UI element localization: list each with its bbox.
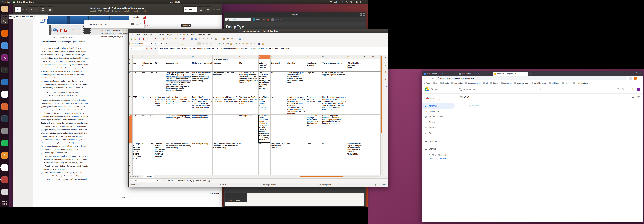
slack-icon[interactable]: ✱	[330, 0, 332, 3]
cell-Q4[interactable]	[372, 72, 380, 96]
cell-H9[interactable]	[212, 168, 239, 171]
cell-M5[interactable]: Procedural (arbitrary JavaScript vizlets…	[306, 96, 322, 115]
section-title[interactable]: My Drive	[460, 95, 470, 98]
formula-input-line[interactable]: Yes (Distinct values, “number of tuples”…	[158, 47, 388, 55]
menu-data[interactable]: Data	[182, 33, 189, 36]
toolbar-autofilter-icon[interactable]: ▼	[210, 37, 214, 40]
sidebar-item-recent[interactable]: ◷Recent	[422, 119, 457, 125]
toolbar-indent-less-icon[interactable]: ⇤	[246, 42, 249, 45]
cell-F10[interactable]	[165, 171, 192, 175]
cell-L11[interactable]	[286, 175, 306, 175]
cell-J9[interactable]	[258, 168, 270, 171]
tab-close-icon[interactable]: ✕	[490, 72, 492, 74]
toolbar-comment-icon[interactable]: ▭	[234, 37, 238, 40]
cell-O10[interactable]	[347, 171, 364, 175]
cell-E6[interactable]: No	[154, 115, 165, 143]
toolbar-bg-color-icon[interactable]: ▆	[258, 42, 261, 45]
cell-P10[interactable]	[364, 171, 372, 175]
launcher-icon-evince-running[interactable]	[2, 177, 8, 183]
cell-O6[interactable]	[347, 115, 364, 143]
toolbar-paste-icon[interactable]: ▣	[162, 37, 166, 40]
cell-B4[interactable]: 2018	[132, 72, 142, 96]
cell-H5[interactable]: Yes (used to avoid “cold start” problem …	[212, 96, 239, 115]
close-button[interactable]: ✕	[640, 72, 642, 74]
battery-icon[interactable]	[360, 1, 364, 3]
minimize-button[interactable]	[213, 8, 215, 10]
cell-B7[interactable]: 2004* (is a graphical front-end for pre-…	[132, 143, 142, 165]
bookmark-item[interactable]: event_locations	[573, 82, 588, 84]
toolbar-clone-formatting-icon[interactable]: ✎	[166, 37, 170, 40]
cell-D2[interactable]: 2D	[149, 62, 154, 71]
cell-H1[interactable]: visual optimisation	[212, 59, 239, 62]
column-header-F[interactable]: F	[165, 55, 192, 59]
record-icon[interactable]	[267, 18, 270, 21]
gear-icon[interactable]: ⚙	[622, 88, 624, 91]
notebook-button[interactable]: Notebook	[272, 18, 282, 21]
toolbar-hyperlink-icon[interactable]: ∞	[230, 37, 234, 40]
cell-M2[interactable]: Visualisation Grammar	[306, 62, 322, 71]
cell-E4[interactable]: No	[154, 72, 165, 96]
cell-K4[interactable]: No	[270, 72, 286, 96]
column-header-E[interactable]: E	[154, 55, 165, 59]
cell-K7[interactable]: Yes (KLM-GOMS implemented using ACT-R)	[270, 143, 286, 165]
toolbar-copy-icon[interactable]: ⧉	[158, 37, 162, 40]
cell-Q10[interactable]	[372, 171, 380, 175]
cell-D7[interactable]: Yes	[149, 143, 154, 165]
column-header-I[interactable]: I	[239, 55, 258, 59]
find-next-icon[interactable]: ⌄	[160, 180, 162, 182]
toolbar-image-icon[interactable]: ▨	[214, 37, 218, 40]
toolbar-wrap-text-icon[interactable]: ⮐	[197, 42, 201, 45]
toolbar-cut-icon[interactable]: ✂	[154, 37, 158, 40]
toolbar-indent-more-icon[interactable]: ⇥	[241, 42, 245, 45]
cell-P2[interactable]	[364, 62, 372, 71]
cell-F8[interactable]	[165, 165, 192, 168]
cell-F1[interactable]	[165, 59, 192, 62]
cell-H4[interactable]: Yes (encoded as hard/soft constraints)	[212, 72, 239, 96]
cell-P1[interactable]	[364, 59, 372, 62]
cell-I11[interactable]	[239, 175, 258, 175]
cell-L10[interactable]	[286, 171, 306, 175]
system-tray[interactable]: ✱ 9% ✦ ✎ x ▾	[330, 0, 366, 3]
sheet-tab[interactable]: Sheet1	[143, 175, 154, 179]
cell-P8[interactable]	[364, 165, 372, 168]
toolbar-merge-cells-icon[interactable]: ⊞	[201, 42, 205, 45]
cell-D11[interactable]	[149, 175, 154, 175]
toolbar-date-icon[interactable]: ▦	[229, 42, 233, 45]
cell-E10[interactable]	[154, 171, 165, 175]
toolbar-del-decimal-icon[interactable]: -.0	[237, 42, 241, 45]
cell-D6[interactable]: Yes	[149, 115, 154, 143]
cell-O5[interactable]	[347, 96, 364, 115]
cell-J11[interactable]	[258, 175, 270, 175]
cell-N2[interactable]: Captures data semantics	[322, 62, 347, 71]
toolbar-open-icon[interactable]: ◱	[134, 37, 137, 40]
zoom-level-select[interactable]: 145.29%∨	[184, 6, 197, 12]
name-box[interactable]: J6▼	[129, 47, 145, 50]
toolbar-pivot-icon[interactable]: ▩	[222, 37, 226, 40]
row-header-6[interactable]: 6	[128, 115, 132, 143]
cell-P11[interactable]	[364, 175, 372, 175]
extension-icon[interactable]	[629, 77, 632, 80]
cell-N5[interactable]: No* (vizlets may implement a function to…	[322, 96, 347, 115]
launcher-icon-files[interactable]	[2, 5, 8, 12]
menu-format[interactable]: Format	[157, 33, 166, 36]
bookmark-item[interactable]: map_setup	[451, 82, 463, 84]
toolbar-font-color-icon[interactable]: a	[177, 42, 180, 45]
cell-P7[interactable]	[364, 143, 372, 165]
cell-G9[interactable]	[192, 168, 212, 171]
cell-K1[interactable]	[270, 59, 286, 62]
deepeye-search-input[interactable]: Search	[225, 18, 251, 21]
match-case-checkbox[interactable]: Match Case	[194, 180, 206, 182]
clear-search-icon[interactable]: ✕	[131, 23, 134, 25]
launcher-icon-help[interactable]: ?	[2, 67, 8, 73]
launcher-icon-libreoffice-impress[interactable]	[2, 103, 8, 110]
activities-button[interactable]: Activities	[2, 1, 10, 3]
find-previous-icon[interactable]: ⌃	[164, 180, 165, 182]
cell-L8[interactable]	[286, 165, 306, 168]
cell-J6[interactable]: Yes (Distinct values, “number of tuples”…	[258, 115, 270, 143]
cell-I7[interactable]: No	[239, 143, 258, 165]
cell-G5[interactable]: Partial (User's preferences learned by w…	[192, 96, 212, 115]
column-header-J[interactable]: J	[258, 55, 270, 59]
cell-L6[interactable]	[286, 115, 306, 143]
toolbar-save-icon[interactable]: ▦	[138, 37, 141, 40]
cell-C1[interactable]	[142, 59, 149, 62]
